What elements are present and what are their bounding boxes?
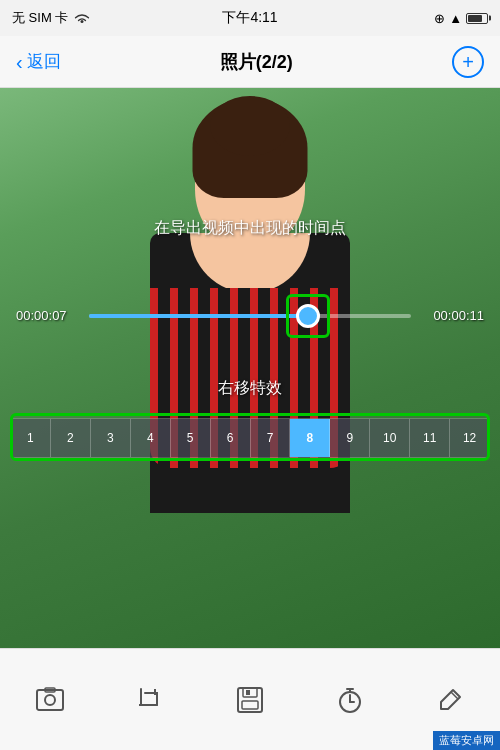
move-label: 右移特效 (218, 378, 282, 399)
save-icon (234, 684, 266, 716)
back-arrow-icon: ‹ (16, 52, 23, 72)
svg-rect-0 (37, 690, 63, 710)
scrubber-thumb (296, 304, 320, 328)
scrubber-area: 00:00:07 00:00:11 (0, 308, 500, 323)
status-time: 下午4:11 (222, 9, 277, 27)
frame-cell-3[interactable]: 3 (91, 419, 131, 457)
frame-cell-2[interactable]: 2 (51, 419, 91, 457)
status-bar: 无 SIM 卡 下午4:11 ⊕ ▲ (0, 0, 500, 36)
watermark: 蓝莓安卓网 (433, 731, 500, 750)
add-button[interactable]: + (452, 46, 484, 78)
frame-cell-10[interactable]: 10 (370, 419, 410, 457)
nav-bar: ‹ 返回 照片(2/2) + (0, 36, 500, 88)
svg-rect-8 (246, 690, 250, 695)
tooltip-label: 在导出视频中出现的时间点 (154, 218, 346, 239)
time-start: 00:00:07 (16, 308, 81, 323)
bottom-toolbar (0, 648, 500, 750)
battery-icon (466, 13, 488, 24)
arrow-icon: ▲ (449, 11, 462, 26)
frame-cell-12[interactable]: 12 (450, 419, 489, 457)
edit-icon (434, 684, 466, 716)
back-label: 返回 (27, 50, 61, 73)
frame-cell-11[interactable]: 11 (410, 419, 450, 457)
timer-icon (334, 684, 366, 716)
scrubber-fill (89, 314, 308, 318)
crop-icon (134, 684, 166, 716)
frame-cell-9[interactable]: 9 (330, 419, 370, 457)
wifi-icon (74, 12, 90, 25)
scrubber-track[interactable] (89, 314, 411, 318)
status-left: 无 SIM 卡 (12, 9, 90, 27)
frame-cell-5[interactable]: 5 (171, 419, 211, 457)
scrubber-thumb-container[interactable] (286, 294, 330, 338)
frame-cell-4[interactable]: 4 (131, 419, 171, 457)
frame-cell-1[interactable]: 1 (11, 419, 51, 457)
nav-title: 照片(2/2) (220, 50, 293, 74)
person-hair-top (210, 96, 290, 156)
svg-point-1 (45, 695, 55, 705)
carrier-label: 无 SIM 卡 (12, 9, 68, 27)
frame-cell-7[interactable]: 7 (251, 419, 291, 457)
back-button[interactable]: ‹ 返回 (16, 50, 61, 73)
time-end: 00:00:11 (419, 308, 484, 323)
scrubber-thumb-outline (286, 294, 330, 338)
frame-strip: 1 2 3 4 5 6 7 8 9 10 11 12 (10, 418, 490, 458)
crop-tool-button[interactable] (122, 676, 178, 724)
frame-strip-container: 1 2 3 4 5 6 7 8 9 10 11 12 (0, 418, 500, 458)
frame-cell-8[interactable]: 8 (290, 419, 330, 457)
photo-icon (34, 684, 66, 716)
svg-rect-7 (242, 701, 258, 709)
frame-cell-6[interactable]: 6 (211, 419, 251, 457)
timer-tool-button[interactable] (322, 676, 378, 724)
lock-icon: ⊕ (434, 11, 445, 26)
save-tool-button[interactable] (222, 676, 278, 724)
edit-tool-button[interactable] (422, 676, 478, 724)
photo-area: 在导出视频中出现的时间点 00:00:07 00:00:11 右移特效 1 2 … (0, 88, 500, 648)
photo-tool-button[interactable] (22, 676, 78, 724)
status-right: ⊕ ▲ (434, 11, 488, 26)
